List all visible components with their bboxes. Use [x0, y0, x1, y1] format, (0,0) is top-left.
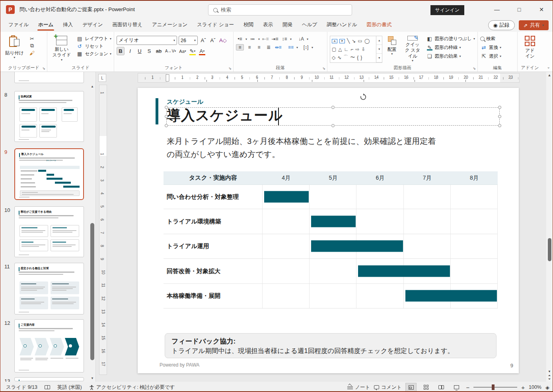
- select-button[interactable]: ⇱選択▾: [480, 53, 501, 59]
- triangle-shape-icon[interactable]: △: [338, 47, 342, 52]
- normal-view-button[interactable]: [405, 383, 417, 392]
- font-size-select[interactable]: 26▾: [179, 36, 198, 45]
- tab-6[interactable]: スライド ショー: [192, 19, 239, 32]
- arrange-button[interactable]: 配置▾: [385, 34, 399, 64]
- accessibility-status[interactable]: アクセシビリティ: 検討が必要です: [89, 384, 175, 391]
- font-color-button[interactable]: A▾: [198, 47, 206, 55]
- shape-effects-button[interactable]: ❏図形の効果▾: [426, 53, 475, 59]
- search-input[interactable]: 検索: [208, 4, 352, 16]
- rounded-rect-shape-icon[interactable]: ▢: [332, 47, 336, 52]
- share-button[interactable]: ⇗共有▾: [519, 20, 549, 30]
- horizontal-ruler[interactable]: 11234567891011121314151617181920212223: [138, 73, 520, 83]
- vertical-ruler[interactable]: 11234567891011121314151617: [99, 85, 107, 375]
- comments-button[interactable]: コメント: [374, 384, 401, 391]
- slide-indicator[interactable]: スライド 9/13: [6, 384, 37, 391]
- gantt-bar[interactable]: [405, 290, 497, 302]
- justify-icon[interactable]: ≣: [265, 44, 273, 50]
- highlight-color-button[interactable]: ✎▾: [189, 47, 197, 55]
- notes-button[interactable]: ノート: [347, 384, 370, 391]
- tab-0[interactable]: ファイル: [4, 19, 33, 32]
- handle-mid-left[interactable]: [165, 115, 168, 118]
- handle-bottom-left[interactable]: [165, 124, 168, 127]
- scribble-shape-icon[interactable]: ∿: [337, 55, 341, 60]
- tab-7[interactable]: 校閲: [239, 19, 258, 32]
- numbering-icon[interactable]: ≔: [249, 36, 257, 42]
- thumbnail-slide-11[interactable]: 11 想定される懸念と対策: [0, 263, 90, 315]
- fit-to-window-icon[interactable]: ◈: [545, 384, 549, 390]
- editor-scrollbar[interactable]: ▲: [546, 72, 553, 382]
- align-text-icon[interactable]: [↕]: [302, 44, 310, 50]
- change-case-button[interactable]: Aa▾: [178, 47, 187, 55]
- next-slide-icon[interactable]: ⏷: [548, 377, 551, 381]
- thumbnail-slide-8[interactable]: 8 効果試算: [0, 91, 90, 143]
- handle-bottom-center[interactable]: [331, 124, 335, 127]
- handle-top-right[interactable]: [498, 106, 501, 109]
- line-spacing-icon[interactable]: ↕≡: [280, 36, 288, 42]
- gantt-chart[interactable]: タスク・実施内容4月5月6月7月8月 問い合わせ分析・対象整理トライアル環境構築…: [164, 171, 498, 309]
- increase-indent-icon[interactable]: ⇥≡: [271, 36, 279, 42]
- handle-bottom-right[interactable]: [498, 124, 501, 127]
- align-center-icon[interactable]: ≡: [245, 44, 253, 50]
- elbow-shape-icon[interactable]: ∟: [344, 47, 349, 52]
- tab-5[interactable]: アニメーション: [147, 19, 192, 32]
- addins-button[interactable]: アド イン: [520, 34, 540, 64]
- tab-9[interactable]: 開発: [278, 19, 297, 32]
- handle-mid-right[interactable]: [498, 115, 501, 118]
- slideshow-button[interactable]: [451, 383, 462, 392]
- distribute-icon[interactable]: ⇹≡: [274, 44, 282, 50]
- slide-body-text[interactable]: 来月トライアル開始、3ヶ月後本格稼働ことを前提に、効果確認と運用定着 の両立がし…: [167, 135, 436, 161]
- cut-icon[interactable]: ✂: [29, 36, 36, 41]
- feedback-note-box[interactable]: フィードバック協力: トライアル期間中は、現場担当者様による週1回程度の回答精度…: [165, 333, 497, 358]
- reading-view-button[interactable]: [436, 383, 447, 392]
- maximize-button[interactable]: □: [508, 1, 530, 18]
- copy-icon[interactable]: ⧉: [29, 43, 36, 49]
- language-status[interactable]: 英語 (米国): [57, 384, 82, 391]
- handle-top-center[interactable]: [331, 106, 335, 109]
- shape-fill-button[interactable]: ◧図形の塗りつぶし▾: [426, 36, 475, 42]
- zoom-level[interactable]: 100%: [529, 384, 541, 390]
- gantt-bar[interactable]: [311, 241, 403, 252]
- ruler-origin-marker[interactable]: [166, 74, 169, 82]
- thumbnail-slide-7-partial[interactable]: [0, 72, 90, 83]
- shape-outline-button[interactable]: ✎図形の枠線▾: [426, 45, 475, 50]
- thumb-scroll-down-icon[interactable]: ▼: [90, 376, 94, 380]
- format-painter-icon[interactable]: 🖌︎: [29, 50, 36, 56]
- font-name-select[interactable]: メイリオ▾: [117, 36, 177, 45]
- oval-shape-icon[interactable]: ◯: [364, 38, 370, 44]
- freeform-shape-icon[interactable]: ◇: [332, 55, 335, 60]
- align-left-icon[interactable]: ≡: [236, 44, 244, 50]
- font-dialog-launcher[interactable]: ⇘: [228, 66, 232, 70]
- curve-shape-icon[interactable]: 〜: [350, 54, 355, 61]
- bold-button[interactable]: B: [117, 47, 125, 55]
- columns-icon[interactable]: ≡≡: [287, 44, 295, 50]
- reset-button[interactable]: ↺リセット: [76, 43, 111, 49]
- editor-scrollbar-thumb[interactable]: [548, 238, 551, 261]
- drawing-dialog-launcher[interactable]: ⇘: [473, 66, 476, 70]
- gantt-bar[interactable]: [358, 265, 450, 277]
- slide-sorter-button[interactable]: [421, 383, 432, 392]
- previous-slide-icon[interactable]: ⏶: [548, 374, 551, 377]
- thumbnail-slide-10[interactable]: 10 弊社がご支援できる理由: [0, 206, 90, 258]
- decrease-indent-icon[interactable]: ⇤≡: [261, 36, 269, 42]
- gantt-bar[interactable]: [311, 216, 356, 227]
- record-button[interactable]: ◉記録: [488, 20, 515, 30]
- slide-nav-buttons[interactable]: ▼⏶⏷: [546, 370, 553, 381]
- tab-8[interactable]: 表示: [258, 19, 278, 32]
- shape-gallery-scroll[interactable]: ▲▼▼: [376, 36, 382, 62]
- minimize-button[interactable]: —: [486, 1, 508, 18]
- collapse-ribbon-icon[interactable]: ⌄: [547, 65, 550, 69]
- signin-button[interactable]: サインイン: [430, 5, 464, 15]
- textbox-shape-icon[interactable]: A: [332, 39, 337, 43]
- align-right-icon[interactable]: ≡: [255, 44, 263, 50]
- gantt-row-3[interactable]: 回答改善・対象拡大: [164, 259, 498, 283]
- gantt-row-2[interactable]: トライアル運用: [164, 234, 498, 259]
- zoom-out-button[interactable]: −: [466, 384, 469, 391]
- thumb-scroll-up-icon[interactable]: ▲: [90, 85, 94, 88]
- clear-formatting-icon[interactable]: A◇: [218, 36, 228, 45]
- shape-gallery[interactable]: A➤╲↘▭◯ ▢△∟⌐⇨⇩ ◇∿⌒〜{} ▲▼▼: [330, 36, 382, 63]
- gantt-row-0[interactable]: 問い合わせ分析・対象整理: [164, 184, 498, 209]
- thumb-scrollbar[interactable]: [90, 223, 94, 360]
- thumbnail-slide-9[interactable]: 9 スケジュール 導入スケジュール: [0, 148, 90, 201]
- tab-4[interactable]: 画面切り替え: [107, 19, 147, 32]
- gantt-bar[interactable]: [264, 191, 309, 203]
